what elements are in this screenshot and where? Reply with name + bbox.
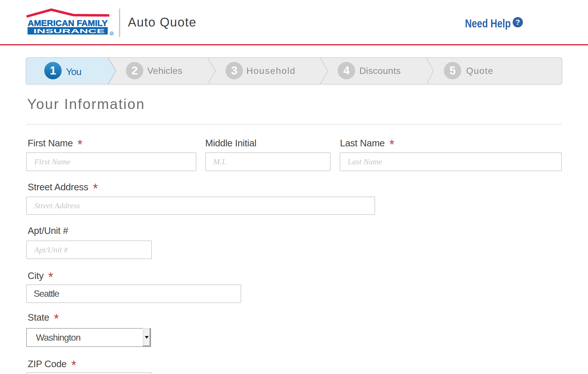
svg-text:R: R <box>111 32 112 35</box>
svg-text:AMERICAN FAMILY: AMERICAN FAMILY <box>28 18 108 28</box>
svg-text:INSURANCE: INSURANCE <box>33 28 105 34</box>
